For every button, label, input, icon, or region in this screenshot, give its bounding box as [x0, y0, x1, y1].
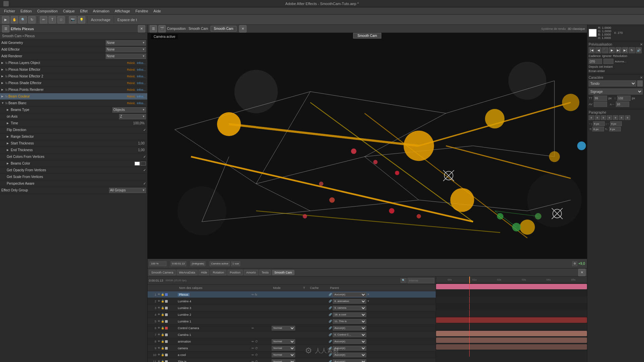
beams-color-secondary[interactable] — [141, 162, 146, 166]
preview-play[interactable]: ▶ — [609, 47, 615, 53]
align-left[interactable]: ≡ — [589, 115, 594, 120]
tl-tab-tests[interactable]: Tests — [259, 270, 271, 275]
preview-next[interactable]: ▶| — [615, 47, 622, 53]
preview-loop[interactable]: ↻ — [629, 47, 635, 53]
track-input[interactable] — [616, 102, 629, 107]
tool-shape[interactable]: □ — [57, 16, 65, 23]
zoom-btn[interactable]: 100 % — [150, 261, 166, 266]
comp-menu-btn[interactable]: ☰ — [150, 25, 157, 33]
arrow-beams-type[interactable]: ▶ — [7, 108, 11, 111]
infos-beam-couleur[interactable]: Infos... — [137, 95, 146, 98]
panel-close-btn[interactable]: ✕ — [138, 25, 145, 33]
menu-calque[interactable]: Calque — [60, 8, 77, 14]
parent-select-5[interactable]: 11. This is — [333, 319, 366, 324]
preview-audio[interactable]: 🔊 — [636, 47, 642, 53]
parent-select-4[interactable]: 18. a cool — [333, 312, 366, 317]
tl-tab-smoothcam[interactable]: Smooth Cam — [272, 270, 294, 275]
parent-select-6[interactable]: Aucun(e) — [333, 326, 366, 330]
comp-close-btn[interactable]: ✕ — [239, 25, 247, 33]
arrow-noise[interactable]: ▶ — [1, 68, 5, 71]
reset-shade[interactable]: Réinit. — [127, 81, 136, 85]
infos-noise2[interactable]: Infos... — [137, 75, 146, 78]
menu-composition[interactable]: Composition — [35, 8, 60, 14]
parent-select-8[interactable]: Aucun(e) — [333, 339, 366, 344]
menu-fenetre[interactable]: Fenêtre — [133, 8, 151, 14]
eye-1[interactable]: 👁 — [158, 293, 160, 296]
parent-select-2[interactable]: 8. animation — [333, 299, 366, 304]
reset-points[interactable]: Réinit. — [127, 88, 136, 92]
tl-search-btn[interactable]: 🔍 — [400, 278, 407, 283]
mode-select-11[interactable]: Normal — [272, 359, 295, 362]
preview-close[interactable]: ✕ — [640, 43, 643, 46]
align-right[interactable]: ≡ — [601, 115, 606, 120]
font-color-btn[interactable] — [637, 80, 643, 86]
menu-effet[interactable]: Effet — [77, 8, 90, 14]
render-quality[interactable]: (Intégrale) — [191, 261, 205, 266]
arrow-shade[interactable]: ▶ — [1, 81, 5, 84]
tl-tab-position[interactable]: Position — [227, 270, 243, 275]
tool-select[interactable]: ▶ — [2, 16, 9, 23]
panel-menu-btn[interactable]: ☰ — [2, 25, 9, 33]
arrow-plexus-layers[interactable]: ▶ — [1, 61, 5, 64]
parent-select-7[interactable]: 6. Control C... — [333, 333, 366, 337]
infos-beam-blanc[interactable]: Infos... — [137, 102, 146, 105]
reset-noise2[interactable]: Réinit. — [127, 75, 136, 78]
only-group-dropdown[interactable]: All Groups▼ — [109, 188, 146, 193]
camera-select[interactable]: Caméra active — [210, 261, 230, 266]
menu-animation[interactable]: Animation — [90, 8, 112, 14]
lock-1[interactable]: 🔒 — [161, 293, 164, 296]
menu-affichage[interactable]: Affichage — [112, 8, 133, 14]
comp-tab-smoothcam[interactable]: Smooth Cam — [211, 26, 236, 32]
mode-select-10[interactable]: Normal — [272, 353, 295, 357]
preview-first[interactable]: |◀ — [589, 47, 595, 53]
tool-camera[interactable]: 📷 — [69, 16, 76, 23]
tl-tab-amorto[interactable]: Amorto — [244, 270, 258, 275]
size-input[interactable] — [594, 96, 607, 101]
add-geometry-dropdown[interactable]: None▼ — [106, 40, 146, 46]
tool-pen[interactable]: ✏ — [40, 16, 47, 23]
space-after[interactable] — [609, 127, 621, 131]
tl-tab-rotation[interactable]: Rotation — [210, 270, 226, 275]
reset-beam-couleur[interactable]: Réinit. — [127, 95, 136, 98]
tl-tab-weanadata[interactable]: WeAnaData — [177, 270, 198, 275]
reset-plexus-layers[interactable]: Réinit. — [127, 61, 136, 65]
infos-points[interactable]: Infos... — [137, 88, 146, 92]
color-preview[interactable] — [589, 29, 597, 37]
tool-light[interactable]: 💡 — [78, 16, 85, 23]
beams-type-dropdown[interactable]: Objects▼ — [112, 107, 146, 113]
parent-select-10[interactable]: Aucun(e) — [333, 353, 366, 357]
timecode-display[interactable]: 0:00:01:13 — [171, 261, 186, 266]
menu-aide[interactable]: Aide — [151, 8, 164, 14]
tl-tab-hide[interactable]: Hide — [199, 270, 210, 275]
mode-select-8[interactable]: Normal — [272, 339, 295, 344]
tl-tab-smoothcamera[interactable]: Smooth Camera — [149, 270, 176, 275]
beams-color-swatch[interactable] — [135, 162, 140, 166]
parent-select-11[interactable]: Aucun(e) — [333, 359, 366, 362]
infos-plexus-layers[interactable]: Infos... — [137, 61, 146, 65]
infos-shade[interactable]: Infos... — [137, 81, 146, 85]
char-close[interactable]: ✕ — [640, 76, 643, 79]
lock-2[interactable]: 🔒 — [161, 300, 164, 303]
tool-zoom[interactable]: 🔍 — [19, 16, 27, 23]
on-axis-dropdown[interactable]: Z▼ — [119, 114, 146, 119]
justify-full[interactable]: ≡ — [625, 115, 630, 120]
kern-input[interactable] — [594, 102, 607, 107]
mode-select-9[interactable]: Normal — [272, 346, 295, 351]
view-select[interactable]: 1 vue — [231, 261, 240, 266]
arrow-beam-couleur[interactable]: ▶ — [1, 95, 5, 98]
mode-select-6[interactable]: Normal — [272, 326, 295, 330]
tool-hand[interactable]: ✋ — [11, 16, 18, 23]
tool-rotate[interactable]: ↻ — [28, 16, 36, 23]
add-effector-dropdown[interactable]: None▼ — [106, 47, 146, 52]
eye-2[interactable]: 👁 — [158, 300, 160, 303]
leading-input[interactable] — [617, 96, 631, 101]
justify-left[interactable]: ≡ — [607, 115, 612, 120]
preview-last[interactable]: ▶| — [622, 47, 628, 53]
view-options-btn[interactable]: ⚙ — [572, 261, 577, 266]
reset-beam-blanc[interactable]: Réinit. — [127, 102, 136, 105]
preview-prev[interactable]: ◀ — [595, 47, 601, 53]
menu-edition[interactable]: Edition — [18, 8, 35, 14]
style-select[interactable]: Signage — [589, 88, 643, 95]
tool-text[interactable]: T — [49, 16, 56, 23]
indent-right[interactable] — [610, 121, 622, 126]
